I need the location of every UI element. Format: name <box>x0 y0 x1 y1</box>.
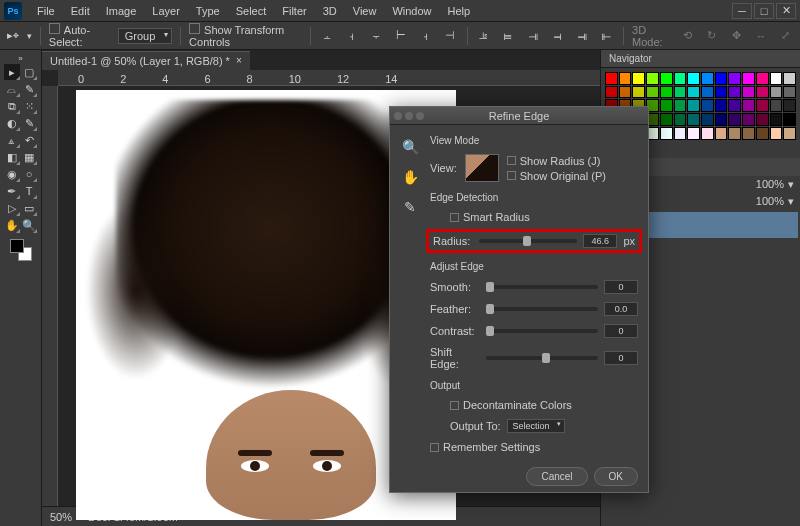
swatch[interactable] <box>646 72 659 85</box>
swatch[interactable] <box>674 99 687 112</box>
close-tab-icon[interactable]: × <box>236 55 242 66</box>
swatch[interactable] <box>660 99 673 112</box>
swatch[interactable] <box>756 113 769 126</box>
swatch[interactable] <box>783 99 796 112</box>
swatch[interactable] <box>742 127 755 140</box>
swatch[interactable] <box>687 72 700 85</box>
swatch[interactable] <box>701 86 714 99</box>
document-tab[interactable]: Untitled-1 @ 50% (Layer 1, RGB/8) * × <box>42 51 250 70</box>
swatch[interactable] <box>660 72 673 85</box>
eyedropper-tool[interactable]: ⁙ <box>21 98 37 114</box>
dialog-titlebar[interactable]: Refine Edge <box>390 107 648 125</box>
zoom-tool[interactable]: 🔍 <box>21 217 37 233</box>
swatch[interactable] <box>715 72 728 85</box>
swatch[interactable] <box>701 127 714 140</box>
contrast-value[interactable]: 0 <box>604 324 638 338</box>
3d-slide-icon[interactable]: ↔ <box>753 27 770 45</box>
swatch[interactable] <box>687 86 700 99</box>
swatch[interactable] <box>742 113 755 126</box>
swatch[interactable] <box>728 99 741 112</box>
distribute-icon[interactable]: ⫤ <box>549 27 566 45</box>
swatch[interactable] <box>687 127 700 140</box>
feather-value[interactable]: 0.0 <box>604 302 638 316</box>
align-bottom-icon[interactable]: ⫟ <box>368 27 385 45</box>
menu-type[interactable]: Type <box>189 3 227 19</box>
navigator-tab[interactable]: Navigator <box>601 50 800 68</box>
align-top-icon[interactable]: ⫠ <box>319 27 336 45</box>
swatch[interactable] <box>674 86 687 99</box>
swatch[interactable] <box>701 113 714 126</box>
align-vcenter-icon[interactable]: ⫞ <box>344 27 361 45</box>
output-to-dropdown[interactable]: Selection <box>507 419 565 433</box>
remember-checkbox[interactable]: Remember Settings <box>430 441 638 453</box>
swatch[interactable] <box>728 127 741 140</box>
cancel-button[interactable]: Cancel <box>526 467 587 486</box>
stamp-tool[interactable]: ⟁ <box>4 132 20 148</box>
foreground-color[interactable] <box>10 239 24 253</box>
zoom-level[interactable]: 50% <box>50 511 72 523</box>
swatch[interactable] <box>742 86 755 99</box>
menu-3d[interactable]: 3D <box>316 3 344 19</box>
hand-tool[interactable]: ✋ <box>4 217 20 233</box>
menu-file[interactable]: File <box>30 3 62 19</box>
radius-slider[interactable] <box>479 239 577 243</box>
3d-rotate-icon[interactable]: ⟲ <box>679 27 696 45</box>
swatch[interactable] <box>783 127 796 140</box>
history-brush-tool[interactable]: ↶ <box>21 132 37 148</box>
feather-slider[interactable] <box>486 307 598 311</box>
dodge-tool[interactable]: ○ <box>21 166 37 182</box>
shape-tool[interactable]: ▭ <box>21 200 37 216</box>
align-right-icon[interactable]: ⊣ <box>442 27 459 45</box>
swatch[interactable] <box>701 99 714 112</box>
swatch[interactable] <box>770 127 783 140</box>
distribute-icon[interactable]: ⫡ <box>476 27 493 45</box>
swatch[interactable] <box>742 72 755 85</box>
swatch[interactable] <box>660 86 673 99</box>
refine-brush-icon[interactable]: ✎ <box>400 197 420 217</box>
smooth-slider[interactable] <box>486 285 598 289</box>
blur-tool[interactable]: ◉ <box>4 166 20 182</box>
swatch[interactable] <box>756 99 769 112</box>
menu-image[interactable]: Image <box>99 3 144 19</box>
show-original-checkbox[interactable]: Show Original (P) <box>507 170 606 182</box>
3d-pan-icon[interactable]: ✥ <box>728 27 745 45</box>
path-tool[interactable]: ▷ <box>4 200 20 216</box>
swatch[interactable] <box>674 72 687 85</box>
pen-tool[interactable]: ✒ <box>4 183 20 199</box>
close-button[interactable]: ✕ <box>776 3 796 19</box>
brush-tool[interactable]: ✎ <box>21 115 37 131</box>
swatch[interactable] <box>674 113 687 126</box>
swatch[interactable] <box>687 99 700 112</box>
swatch[interactable] <box>756 127 769 140</box>
distribute-icon[interactable]: ⫥ <box>574 27 591 45</box>
swatch[interactable] <box>770 99 783 112</box>
shift-edge-slider[interactable] <box>486 356 598 360</box>
align-left-icon[interactable]: ⊢ <box>393 27 410 45</box>
swatch[interactable] <box>701 72 714 85</box>
swatch[interactable] <box>756 72 769 85</box>
distribute-icon[interactable]: ⫢ <box>500 27 517 45</box>
healing-tool[interactable]: ◐ <box>4 115 20 131</box>
3d-roll-icon[interactable]: ↻ <box>703 27 720 45</box>
3d-scale-icon[interactable]: ⤢ <box>777 27 794 45</box>
swatch[interactable] <box>632 72 645 85</box>
menu-layer[interactable]: Layer <box>145 3 187 19</box>
swatch[interactable] <box>646 86 659 99</box>
distribute-icon[interactable]: ⫦ <box>599 27 616 45</box>
swatch[interactable] <box>687 113 700 126</box>
swatch[interactable] <box>728 86 741 99</box>
decontaminate-checkbox[interactable]: Decontaminate Colors <box>450 399 638 411</box>
swatch[interactable] <box>715 127 728 140</box>
maximize-button[interactable]: □ <box>754 3 774 19</box>
swatch[interactable] <box>715 99 728 112</box>
swatch[interactable] <box>770 86 783 99</box>
menu-select[interactable]: Select <box>229 3 274 19</box>
hand-tool-icon[interactable]: ✋ <box>400 167 420 187</box>
color-swatch[interactable] <box>10 239 32 261</box>
swatch[interactable] <box>770 72 783 85</box>
marquee-tool[interactable]: ▢ <box>21 64 37 80</box>
swatch[interactable] <box>783 72 796 85</box>
show-transform-checkbox[interactable]: Show Transform Controls <box>189 23 302 48</box>
swatch[interactable] <box>619 72 632 85</box>
ok-button[interactable]: OK <box>594 467 638 486</box>
